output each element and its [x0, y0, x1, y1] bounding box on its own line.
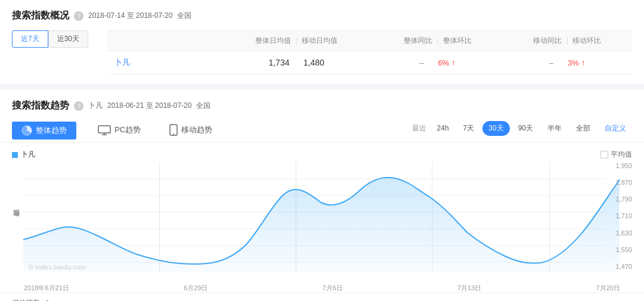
cell-overall-compare: – 6% ↑	[373, 51, 503, 75]
mobile-mom-arrow: ↑	[581, 58, 586, 67]
overview-header: 搜索指数概况 ? 2018-07-14 至 2018-07-20 全国	[12, 10, 632, 22]
y-val-5: 1,630	[615, 229, 632, 237]
overview-title: 搜索指数概况	[12, 10, 69, 22]
tab-pc-trend[interactable]: PC趋势	[86, 120, 153, 141]
x-label-5: 7月20日	[596, 284, 620, 293]
mobile-trend-label: 移动趋势	[181, 125, 212, 135]
svg-rect-1	[98, 126, 110, 133]
time-btn-24h[interactable]: 24h	[431, 122, 455, 135]
monitor-icon	[98, 125, 111, 135]
x-label-2: 6月29日	[184, 284, 208, 293]
mobile-icon	[169, 124, 178, 136]
bottom-label: 媒体指数	[12, 298, 41, 301]
time-btn-all[interactable]: 全部	[570, 121, 596, 136]
bottom-row: 媒体指数 2	[0, 293, 644, 301]
overview-region: 全国	[177, 11, 191, 21]
cell-mobile-compare: – 3% ↑	[502, 51, 632, 75]
col-keyword	[107, 31, 220, 51]
legend-color	[12, 152, 18, 158]
time-label: 最近	[412, 123, 426, 134]
table-row: 卜凡 1,734 1,480 – 6% ↑ –	[107, 51, 632, 75]
svg-point-5	[173, 134, 174, 135]
trend-help-icon[interactable]: ?	[74, 101, 83, 111]
y-val-1: 1,950	[615, 162, 632, 169]
overview-help-icon[interactable]: ?	[74, 11, 83, 21]
tab-overall-trend[interactable]: 整体趋势	[12, 122, 76, 139]
y-val-3: 1,790	[615, 196, 632, 203]
tab-mobile-trend[interactable]: 移动趋势	[157, 119, 224, 142]
x-label-4: 7月13日	[457, 284, 481, 293]
y-val-6: 1,550	[615, 246, 632, 253]
trend-header: 搜索指数趋势 ? 卜凡 2018-06-21 至 2018-07-20 全国	[0, 90, 644, 119]
col-mobile-compare: 移动同比 | 移动环比	[502, 31, 632, 51]
col-daily-avg: 整体日均值 | 移动日均值	[220, 31, 372, 51]
y-axis-values: 1,950 1,870 1,790 1,710 1,630 1,550 1,47…	[615, 162, 632, 272]
x-label-1: 2018年6月21日	[24, 284, 69, 293]
pie-icon	[21, 125, 32, 136]
col-overall-compare: 整体同比 | 整体环比	[373, 31, 503, 51]
y-val-7: 1,470	[615, 263, 632, 270]
overview-date-range: 2018-07-14 至 2018-07-20	[88, 11, 172, 21]
overall-mom-val: 6%	[438, 58, 449, 67]
y-val-2: 1,870	[615, 179, 632, 186]
tab-7days[interactable]: 近7天	[12, 30, 48, 48]
chart-wrapper: 卜凡 平均值 搜索指数	[0, 142, 644, 293]
overview-tabs: 近7天 近30天	[12, 30, 95, 48]
overview-table: 整体日均值 | 移动日均值 整体同比 | 整体环比 移动同比 | 移动环比	[107, 30, 632, 75]
avg-checkbox[interactable]: 平均值	[600, 150, 632, 160]
avg-label: 平均值	[611, 150, 632, 160]
trend-section: 搜索指数趋势 ? 卜凡 2018-06-21 至 2018-07-20 全国 整…	[0, 90, 644, 301]
time-btn-custom[interactable]: 自定义	[599, 121, 632, 136]
trend-region: 全国	[196, 101, 210, 111]
trend-title: 搜索指数趋势	[12, 100, 69, 112]
legend-item: 卜凡	[12, 150, 35, 160]
trend-chart: © index.baidu.com	[23, 162, 632, 281]
x-label-3: 7月6日	[323, 284, 343, 293]
bottom-value: 2	[45, 299, 49, 302]
tab-30days[interactable]: 近30天	[48, 30, 88, 48]
time-range-controls: 最近 24h 7天 30天 90天 半年 全部 自定义	[412, 121, 632, 141]
legend-label: 卜凡	[21, 150, 35, 160]
trend-keyword: 卜凡	[88, 101, 103, 111]
mobile-mom-val: 3%	[568, 58, 579, 67]
time-btn-7d[interactable]: 7天	[457, 121, 481, 136]
keyword-link[interactable]: 卜凡	[114, 58, 130, 67]
trend-date-range: 2018-06-21 至 2018-07-20	[107, 101, 191, 111]
overview-section: 搜索指数概况 ? 2018-07-14 至 2018-07-20 全国 近7天 …	[0, 0, 644, 84]
x-axis-labels: 2018年6月21日 6月29日 7月6日 7月13日 7月20日	[24, 284, 620, 293]
time-btn-half-year[interactable]: 半年	[541, 121, 568, 136]
chart-legend: 卜凡 平均值	[12, 150, 632, 160]
overall-trend-label: 整体趋势	[36, 125, 67, 136]
time-btn-90d[interactable]: 90天	[512, 121, 539, 136]
overall-mom-arrow: ↑	[451, 58, 456, 67]
pc-trend-label: PC趋势	[114, 125, 141, 135]
y-val-4: 1,710	[615, 212, 632, 219]
time-btn-30d[interactable]: 30天	[482, 121, 509, 136]
cell-daily-avg: 1,734 1,480	[220, 51, 372, 75]
watermark-text: © index.baidu.com	[29, 263, 86, 271]
checkbox-icon	[600, 151, 608, 159]
